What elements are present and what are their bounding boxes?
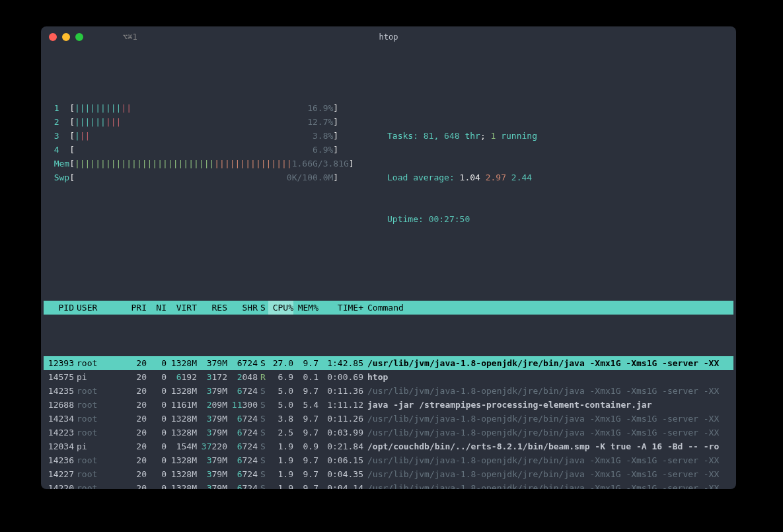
- terminal-content[interactable]: 1 [||||||||||| 16.9%] 2 [||||||||| 12.7%…: [41, 48, 736, 489]
- swap-meter: Swp[ 0K/100.0M]: [44, 171, 374, 184]
- process-row[interactable]: 14235root2001328M379M6724S5.09.70:11.36/…: [44, 384, 733, 398]
- process-row[interactable]: 14575pi200619231722048R6.90.10:00.69htop: [44, 370, 733, 384]
- hdr-cpu[interactable]: CPU%: [268, 301, 293, 315]
- hdr-shr[interactable]: SHR: [227, 301, 258, 315]
- hdr-state[interactable]: S: [258, 301, 268, 315]
- process-row[interactable]: 14220root2001328M379M6724S1.99.70:04.14/…: [44, 481, 733, 489]
- cpu-mem-meters: 1 [||||||||||| 16.9%] 2 [||||||||| 12.7%…: [44, 101, 374, 254]
- hdr-user[interactable]: USER: [74, 301, 127, 315]
- hdr-pri[interactable]: PRI: [127, 301, 147, 315]
- hdr-virt[interactable]: VIRT: [167, 301, 197, 315]
- hdr-ni[interactable]: NI: [147, 301, 167, 315]
- uptime-row: Uptime: 00:27:50: [387, 212, 537, 226]
- cpu-meter-1: 1 [||||||||||| 16.9%]: [44, 101, 374, 115]
- cpu-meter-2: 2 [||||||||| 12.7%]: [44, 115, 374, 129]
- process-row[interactable]: 14227root2001328M379M6724S1.99.70:04.35/…: [44, 467, 733, 481]
- hdr-time[interactable]: TIME+: [318, 301, 363, 315]
- task-stats: Tasks: 81, 648 thr; 1 running Load avera…: [387, 101, 537, 254]
- cpu-meter-3: 3 [||| 3.8%]: [44, 129, 374, 143]
- process-header[interactable]: PID USER PRI NI VIRT RES SHR S CPU% MEM%…: [44, 301, 733, 315]
- terminal-window: ⌥⌘1 htop 1 [||||||||||| 16.9%] 2 [||||||…: [41, 26, 736, 489]
- tasks-row: Tasks: 81, 648 thr; 1 running: [387, 129, 537, 143]
- htop-upper: 1 [||||||||||| 16.9%] 2 [||||||||| 12.7%…: [44, 92, 733, 259]
- process-row[interactable]: 12688root2001161M209M11300S5.05.41:11.12…: [44, 398, 733, 412]
- process-row[interactable]: 12393root2001328M379M6724S27.09.71:42.85…: [44, 356, 733, 370]
- process-row[interactable]: 14234root2001328M379M6724S3.89.70:11.26/…: [44, 412, 733, 426]
- titlebar[interactable]: ⌥⌘1 htop: [41, 26, 736, 48]
- hdr-mem[interactable]: MEM%: [293, 301, 318, 315]
- hdr-res[interactable]: RES: [197, 301, 227, 315]
- loadavg-row: Load average: 1.04 2.97 2.44: [387, 171, 537, 184]
- hdr-command[interactable]: Command: [363, 301, 733, 315]
- process-row[interactable]: 14236root2001328M379M6724S1.99.70:06.15/…: [44, 453, 733, 467]
- cpu-meter-4: 4 [ 6.9%]: [44, 143, 374, 157]
- process-list[interactable]: 12393root2001328M379M6724S27.09.71:42.85…: [44, 356, 733, 489]
- process-row[interactable]: 14223root2001328M379M6724S2.59.70:03.99/…: [44, 426, 733, 439]
- process-row[interactable]: 12034pi200154M372206724S1.90.90:21.84/op…: [44, 439, 733, 453]
- hdr-pid[interactable]: PID: [44, 301, 74, 315]
- memory-meter: Mem[||||||||||||||||||||||||||||||||||||…: [44, 157, 374, 171]
- window-title: htop: [41, 30, 736, 44]
